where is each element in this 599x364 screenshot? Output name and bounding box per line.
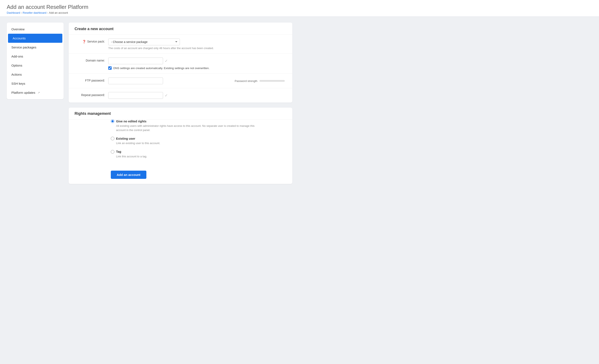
radio-option-existing-user: Existing user Link an existing user to t… bbox=[111, 137, 286, 145]
main-content: Create a new account ❓ Service pack: - C… bbox=[69, 23, 292, 189]
service-pack-select[interactable]: - Choose a service package bbox=[108, 39, 180, 45]
radio-option-no-rights: Give no edited rights All existing users… bbox=[111, 119, 286, 132]
repeat-password-row: Repeat password: ✓ bbox=[69, 88, 292, 103]
domain-name-row: Domain name: ✓ DNS settings are created … bbox=[69, 54, 292, 74]
sidebar-item-label-platform-updates: Platform updates bbox=[11, 91, 35, 94]
sidebar-item-ssh-keys[interactable]: SSH keys bbox=[7, 79, 64, 88]
radio-desc-existing-user: Link an existing user to this account. bbox=[111, 141, 258, 145]
service-pack-label: ❓ Service pack: bbox=[75, 39, 108, 44]
ftp-password-label: FTP password: bbox=[75, 78, 108, 82]
sidebar-item-label-overview: Overview bbox=[11, 27, 25, 31]
dns-checkbox-row: DNS settings are created automatically. … bbox=[108, 66, 286, 70]
domain-name-check-icon: ✓ bbox=[165, 59, 168, 63]
rights-management-card: Rights management Give no edited rights … bbox=[69, 108, 292, 184]
sidebar-item-label-service-packages: Service packages bbox=[11, 45, 36, 49]
radio-no-rights[interactable] bbox=[111, 119, 114, 123]
radio-desc-no-rights: All existing users with administrator ri… bbox=[111, 124, 258, 132]
sidebar-item-service-packages[interactable]: Service packages bbox=[7, 43, 64, 52]
create-account-card: Create a new account ❓ Service pack: - C… bbox=[69, 23, 292, 103]
service-pack-control: - Choose a service package The costs of … bbox=[108, 39, 286, 50]
page-title: Add an account Reseller Platform bbox=[7, 4, 592, 10]
sidebar-item-label-accounts: Accounts bbox=[13, 36, 26, 40]
repeat-password-input-wrap: ✓ bbox=[108, 92, 286, 99]
rights-management-title: Rights management bbox=[69, 108, 292, 119]
sidebar-item-label-add-ons: Add-ons bbox=[11, 54, 23, 58]
domain-name-control: ✓ DNS settings are created automatically… bbox=[108, 58, 286, 70]
create-account-title: Create a new account bbox=[69, 23, 292, 35]
sidebar-item-overview[interactable]: Overview bbox=[7, 25, 64, 34]
radio-desc-tag: Link this account to a tag. bbox=[111, 154, 258, 159]
repeat-password-control: ✓ bbox=[108, 92, 286, 99]
repeat-password-label: Repeat password: bbox=[75, 92, 108, 97]
breadcrumb-current: Add an account bbox=[49, 11, 68, 14]
breadcrumb-sep-2: › bbox=[47, 11, 48, 14]
radio-existing-user[interactable] bbox=[111, 137, 114, 140]
sidebar-item-label-actions: Actions bbox=[11, 73, 22, 76]
sidebar-item-label-options: Options bbox=[11, 64, 22, 67]
password-strength-bar bbox=[259, 80, 285, 82]
sidebar-item-label-ssh-keys: SSH keys bbox=[11, 82, 25, 85]
radio-label-no-rights[interactable]: Give no edited rights bbox=[111, 119, 286, 123]
domain-name-input[interactable] bbox=[108, 58, 163, 64]
password-strength-wrap: Password strength bbox=[235, 80, 286, 83]
domain-name-input-wrap: ✓ bbox=[108, 58, 286, 64]
sidebar-item-platform-updates[interactable]: Platform updates ↗ bbox=[7, 88, 64, 97]
dns-checkbox-label[interactable]: DNS settings are created automatically. … bbox=[113, 67, 210, 70]
add-account-button[interactable]: Add an account bbox=[111, 171, 146, 179]
breadcrumb: Dashboard › Reseller dashboard › Add an … bbox=[7, 11, 592, 14]
service-pack-row: ❓ Service pack: - Choose a service packa… bbox=[69, 35, 292, 54]
service-pack-hint: The costs of an account are charged only… bbox=[108, 46, 286, 50]
ftp-password-control: Password strength bbox=[108, 78, 286, 84]
domain-name-label: Domain name: bbox=[75, 58, 108, 62]
sidebar-item-accounts[interactable]: Accounts bbox=[8, 34, 62, 43]
rights-radio-group: Give no edited rights All existing users… bbox=[69, 119, 292, 167]
radio-tag[interactable] bbox=[111, 150, 114, 154]
repeat-password-check-icon: ✓ bbox=[165, 93, 168, 98]
radio-option-tag: Tag Link this account to a tag. bbox=[111, 150, 286, 159]
dns-checkbox[interactable] bbox=[108, 66, 112, 70]
main-layout: Overview Accounts Service packages Add-o… bbox=[0, 17, 299, 195]
sidebar-item-add-ons[interactable]: Add-ons bbox=[7, 52, 64, 61]
service-pack-help-icon[interactable]: ❓ bbox=[82, 40, 86, 44]
ftp-password-row: FTP password: Password strength bbox=[69, 74, 292, 88]
repeat-password-input[interactable] bbox=[108, 92, 163, 99]
sidebar: Overview Accounts Service packages Add-o… bbox=[7, 23, 64, 99]
page-header: Add an account Reseller Platform Dashboa… bbox=[0, 0, 599, 17]
breadcrumb-reseller[interactable]: Reseller dashboard bbox=[23, 11, 46, 14]
external-link-icon: ↗ bbox=[38, 91, 40, 94]
sidebar-item-options[interactable]: Options bbox=[7, 61, 64, 70]
radio-label-tag[interactable]: Tag bbox=[111, 150, 286, 154]
submit-row: Add an account bbox=[69, 167, 292, 184]
ftp-password-input[interactable] bbox=[108, 78, 163, 84]
breadcrumb-sep-1: › bbox=[21, 11, 22, 14]
password-strength-label: Password strength bbox=[235, 80, 257, 83]
sidebar-item-actions[interactable]: Actions bbox=[7, 70, 64, 79]
breadcrumb-dashboard[interactable]: Dashboard bbox=[7, 11, 20, 14]
radio-label-existing-user[interactable]: Existing user bbox=[111, 137, 286, 140]
